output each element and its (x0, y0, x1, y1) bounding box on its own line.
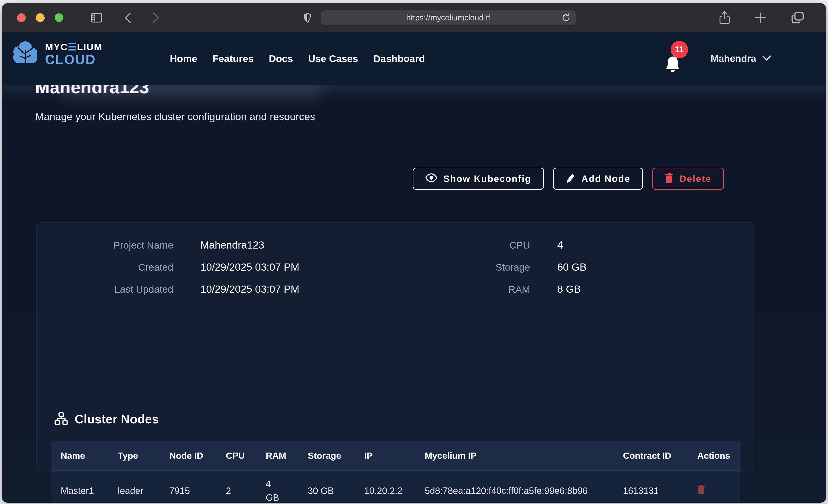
address-bar[interactable]: https://myceliumcloud.tf (321, 10, 576, 25)
nav-item-home[interactable]: Home (170, 53, 197, 64)
screenshot: https://myceliumcloud.tf (0, 0, 828, 504)
mycelium-cloud-logo-icon (10, 40, 40, 69)
cell-ram: 4 GB (266, 477, 279, 503)
forward-button[interactable] (153, 12, 159, 23)
nav-item-use-cases[interactable]: Use Cases (308, 53, 358, 64)
nav-item-dashboard[interactable]: Dashboard (373, 53, 425, 64)
project-name-label: Project Name (37, 240, 173, 251)
brand-line1: MYC☰LIUM (45, 42, 102, 52)
brand-logo[interactable]: MYC☰LIUM CLOUD (10, 40, 102, 69)
zoom-window-button[interactable] (55, 13, 64, 22)
url-text: https://myceliumcloud.tf (406, 13, 490, 22)
show-kubeconfig-button[interactable]: Show Kubeconfig (413, 168, 544, 190)
table-row: Master1 leader 7915 2 4 GB 30 GB 10.20.2… (51, 471, 740, 503)
cluster-actions: Show Kubeconfig Add Node (413, 168, 724, 190)
trash-icon (697, 491, 705, 495)
col-name: Name (51, 441, 109, 471)
pencil-icon (566, 173, 575, 185)
cell-node-id: 7915 (160, 471, 217, 503)
info-row-created: Created 10/29/2025 03:07 PM (37, 261, 431, 273)
project-info: Project Name Mahendra123 Created 10/29/2… (37, 239, 754, 295)
nodes-table-wrap: Name Type Node ID CPU RAM Storage IP Myc… (51, 441, 740, 503)
page-content: Mahendra123 Manage your Kubernetes clust… (2, 85, 826, 503)
minimize-window-button[interactable] (36, 13, 45, 22)
cluster-nodes-title: Cluster Nodes (75, 412, 159, 426)
cell-contract-id: 1613131 (614, 471, 688, 503)
last-updated-value: 10/29/2025 03:07 PM (200, 283, 299, 295)
trash-icon (665, 173, 673, 185)
sidebar-toggle-icon[interactable] (90, 13, 102, 23)
tab-overview-icon[interactable] (791, 11, 804, 24)
app-navbar: MYC☰LIUM CLOUD Home Features Docs Use Ca… (2, 32, 826, 85)
info-row-cpu: CPU 4 (431, 239, 754, 251)
reload-icon[interactable] (562, 13, 571, 23)
col-mycelium-ip: Mycelium IP (415, 441, 614, 471)
traffic-lights (17, 13, 64, 22)
storage-label: Storage (431, 262, 530, 273)
col-cpu: CPU (217, 441, 257, 471)
share-icon[interactable] (719, 11, 730, 24)
nav-links: Home Features Docs Use Cases Dashboard (170, 32, 425, 85)
cpu-value: 4 (557, 239, 563, 251)
browser-toolbar: https://myceliumcloud.tf (2, 3, 826, 32)
cell-cpu: 2 (217, 471, 257, 503)
back-button[interactable] (125, 12, 131, 23)
info-row-storage: Storage 60 GB (431, 261, 754, 273)
cell-ip: 10.20.2.2 (355, 471, 416, 503)
nav-item-features[interactable]: Features (212, 53, 253, 64)
delete-node-button[interactable] (697, 485, 705, 495)
col-contract-id: Contract ID (614, 441, 688, 471)
info-row-project-name: Project Name Mahendra123 (37, 239, 431, 251)
cell-mycelium-ip: 5d8:78ea:a120:f40c:ff0f:a5fe:99e6:8b96 (415, 471, 614, 503)
col-ip: IP (355, 441, 416, 471)
chevron-down-icon (762, 55, 771, 62)
browser-window: https://myceliumcloud.tf (2, 3, 826, 503)
cell-type: leader (109, 471, 160, 503)
privacy-shield-icon[interactable] (303, 12, 312, 23)
col-storage: Storage (298, 441, 355, 471)
created-value: 10/29/2025 03:07 PM (200, 261, 299, 273)
nav-bottom-glow (2, 84, 826, 99)
user-name: Mahendra (711, 53, 756, 64)
table-header-row: Name Type Node ID CPU RAM Storage IP Myc… (51, 441, 740, 471)
created-label: Created (37, 262, 173, 273)
cell-storage: 30 GB (298, 471, 355, 503)
eye-icon (425, 173, 437, 184)
brand-line2: CLOUD (45, 53, 102, 66)
nodes-table: Name Type Node ID CPU RAM Storage IP Myc… (51, 441, 740, 503)
delete-cluster-button[interactable]: Delete (652, 168, 724, 190)
network-nodes-icon (54, 412, 68, 426)
cluster-nodes-heading: Cluster Nodes (54, 412, 159, 426)
storage-value: 60 GB (557, 261, 587, 273)
delete-label: Delete (679, 174, 711, 184)
ram-value: 8 GB (557, 283, 581, 295)
close-window-button[interactable] (17, 13, 26, 22)
nav-item-docs[interactable]: Docs (269, 53, 293, 64)
col-type: Type (109, 441, 160, 471)
page-subtitle: Manage your Kubernetes cluster configura… (35, 111, 315, 123)
project-name-value: Mahendra123 (200, 239, 264, 251)
add-node-label: Add Node (581, 174, 630, 184)
new-tab-icon[interactable] (755, 11, 766, 24)
col-actions: Actions (688, 441, 740, 471)
ram-label: RAM (431, 284, 530, 295)
cluster-info-card: Project Name Mahendra123 Created 10/29/2… (36, 222, 754, 472)
col-node-id: Node ID (160, 441, 217, 471)
user-menu[interactable]: Mahendra (711, 32, 771, 85)
add-node-button[interactable]: Add Node (553, 168, 643, 190)
info-row-last-updated: Last Updated 10/29/2025 03:07 PM (37, 283, 431, 295)
notification-count-badge: 11 (671, 41, 688, 58)
last-updated-label: Last Updated (37, 284, 173, 295)
col-ram: RAM (256, 441, 298, 471)
notifications-button[interactable]: 11 (662, 41, 692, 78)
show-kubeconfig-label: Show Kubeconfig (443, 174, 531, 184)
cell-name: Master1 (51, 471, 109, 503)
info-row-ram: RAM 8 GB (431, 283, 754, 295)
cpu-label: CPU (431, 240, 530, 251)
